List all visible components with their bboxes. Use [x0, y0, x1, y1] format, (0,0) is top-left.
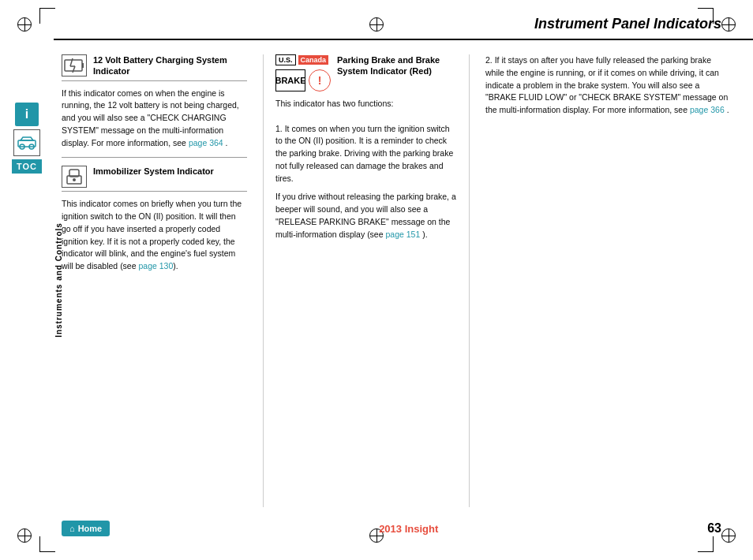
us-canada-labels: U.S. Canada — [275, 54, 331, 65]
section3-item1: 1. It comes on when you turn the ignitio… — [275, 123, 457, 185]
car-icon — [17, 136, 37, 150]
section2-header: Immobilizer System Indicator — [62, 166, 247, 192]
col-mid: U.S. Canada BRAKE ! Parking Brake and Br… — [268, 54, 465, 507]
section1-header: 12 Volt Battery Charging System Indicato… — [62, 54, 247, 81]
section3-title: Parking Brake and Brake System Indicator… — [337, 54, 457, 77]
content-area: 12 Volt Battery Charging System Indicato… — [54, 48, 753, 513]
section4-link[interactable]: page 366 — [690, 105, 725, 114]
battery-charging-icon — [64, 58, 84, 73]
svg-point-11 — [73, 178, 76, 181]
svg-rect-0 — [18, 140, 36, 147]
brake-red-circle: ! — [309, 69, 331, 91]
section1-title: 12 Volt Battery Charging System Indicato… — [93, 54, 247, 77]
immobilizer-icon — [64, 169, 84, 185]
us-label: U.S. — [275, 54, 296, 65]
section2-link[interactable]: page 130 — [138, 261, 173, 271]
svg-marker-1 — [21, 137, 33, 140]
column-divider-2 — [469, 54, 470, 507]
section3-header: U.S. Canada BRAKE ! Parking Brake and Br… — [275, 54, 457, 91]
section2-title: Immobilizer System Indicator — [93, 166, 214, 177]
car-icon-box — [13, 129, 40, 156]
section1-link[interactable]: page 364 — [189, 138, 223, 147]
svg-line-8 — [73, 66, 75, 73]
section1-body: If this indicator comes on when the engi… — [62, 88, 247, 150]
toc-badge[interactable]: TOC — [12, 159, 42, 174]
reg-mark-top-left — [17, 17, 32, 32]
page-header: Instrument Panel Indicators — [54, 0, 753, 40]
immobilizer-icon-box — [62, 166, 87, 188]
bracket-bottom-left — [39, 536, 55, 552]
page-footer: ⌂ Home 2013 Insight 63 — [54, 521, 753, 536]
column-divider-1 — [263, 54, 264, 507]
brake-box: BRAKE — [275, 69, 305, 91]
svg-rect-5 — [82, 63, 84, 68]
section2-body: This indicator comes on briefly when you… — [62, 198, 247, 273]
main-content: Instrument Panel Indicators 12 Volt Batt… — [54, 0, 753, 560]
col-left: 12 Volt Battery Charging System Indicato… — [62, 54, 259, 507]
section3-link[interactable]: page 151 — [385, 230, 420, 239]
page-title: Instrument Panel Indicators — [534, 16, 721, 32]
battery-icon-box — [62, 54, 87, 77]
reg-mark-bottom-left — [17, 528, 32, 543]
home-button[interactable]: ⌂ Home — [62, 521, 110, 536]
footer-title: 2013 Insight — [379, 523, 438, 535]
left-sidebar: i TOC — [0, 103, 54, 174]
page-number: 63 — [707, 521, 721, 536]
section3-intro: This indicator has two functions: 1. It … — [275, 98, 457, 241]
col-right: 2. If it stays on after you have fully r… — [474, 54, 729, 507]
section3-item2: If you drive without releasing the parki… — [275, 191, 457, 241]
bracket-top-left — [39, 8, 55, 24]
info-icon: i — [15, 103, 39, 126]
section-divider-1 — [62, 157, 247, 158]
section4-body: 2. If it stays on after you have fully r… — [485, 54, 729, 117]
home-label: Home — [78, 524, 103, 533]
canada-label: Canada — [298, 55, 329, 65]
home-icon: ⌂ — [69, 524, 75, 533]
